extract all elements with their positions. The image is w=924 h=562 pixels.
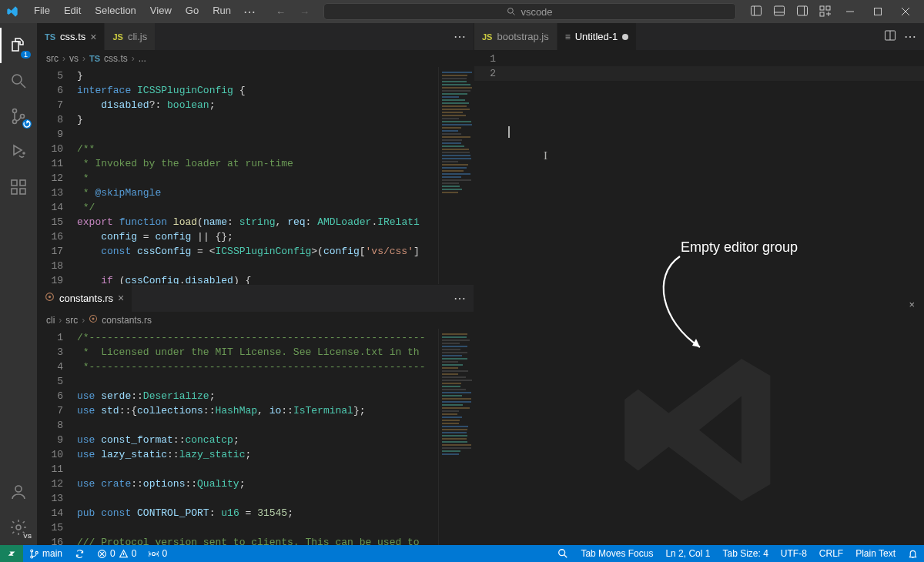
minimize-button[interactable] bbox=[836, 0, 864, 23]
status-ports[interactable]: 0 bbox=[142, 545, 173, 562]
status-language[interactable]: Plain Text bbox=[849, 545, 902, 562]
activity-extensions[interactable] bbox=[0, 169, 37, 205]
ts-file-icon: TS bbox=[45, 32, 55, 42]
tab-css-ts[interactable]: TS css.ts × bbox=[37, 23, 105, 50]
status-tab-moves-focus[interactable]: Tab Moves Focus bbox=[574, 545, 659, 562]
tab-constants-rs[interactable]: constants.rs × bbox=[37, 285, 132, 312]
activity-settings[interactable]: VS bbox=[0, 510, 37, 545]
tab-cli-js[interactable]: JS cli.js bbox=[105, 23, 156, 50]
menu-view[interactable]: View bbox=[144, 2, 178, 22]
js-file-icon: JS bbox=[112, 32, 122, 42]
svg-line-46 bbox=[564, 555, 567, 558]
statusbar: main 0 0 0 Tab Moves Focus Ln 2, Col 1 T… bbox=[0, 545, 924, 562]
status-zoom-icon[interactable] bbox=[551, 545, 574, 562]
tab-label: bootstrap.js bbox=[497, 31, 548, 42]
activity-debug[interactable] bbox=[0, 134, 37, 169]
layout-customize-icon[interactable] bbox=[819, 5, 832, 19]
annotation-label: Empty editor group bbox=[681, 239, 798, 256]
svg-rect-26 bbox=[12, 189, 17, 194]
editor-constants-rs[interactable]: 1345678910111213141516 /*---------------… bbox=[37, 329, 474, 546]
text-cursor-icon: I bbox=[544, 149, 547, 162]
search-placeholder: vscode bbox=[521, 6, 552, 18]
code-area[interactable]: } interface ICSSPluginConfig { disabled?… bbox=[77, 67, 438, 284]
status-cursor-pos[interactable]: Ln 2, Col 1 bbox=[659, 545, 716, 562]
more-actions-icon[interactable]: ⋯ bbox=[454, 29, 466, 44]
svg-rect-7 bbox=[798, 6, 808, 15]
nav-forward[interactable]: → bbox=[300, 6, 310, 18]
svg-line-1 bbox=[513, 13, 515, 15]
code-area[interactable]: /*--------------------------------------… bbox=[77, 329, 438, 546]
menu-file[interactable]: File bbox=[28, 2, 56, 22]
svg-rect-25 bbox=[12, 180, 17, 186]
maximize-button[interactable] bbox=[864, 0, 892, 23]
activity-explorer[interactable]: 1 bbox=[0, 28, 37, 63]
tab-untitled-1[interactable]: ≡ Untitled-1 bbox=[557, 23, 638, 50]
more-actions-icon[interactable]: ⋯ bbox=[904, 29, 916, 44]
split-editor-icon[interactable] bbox=[884, 29, 896, 44]
tab-label: constants.rs bbox=[59, 293, 113, 304]
menu-overflow[interactable]: ⋯ bbox=[239, 2, 260, 22]
svg-point-18 bbox=[12, 75, 22, 84]
status-encoding[interactable]: UTF-8 bbox=[775, 545, 813, 562]
svg-rect-11 bbox=[820, 12, 824, 16]
status-notifications-icon[interactable] bbox=[902, 545, 924, 562]
line-gutter: 567891011121314151617181920 bbox=[37, 67, 77, 284]
settings-vs-badge: VS bbox=[23, 533, 32, 540]
svg-point-34 bbox=[92, 318, 95, 320]
svg-point-44 bbox=[152, 552, 156, 555]
status-problems[interactable]: 0 0 bbox=[91, 545, 142, 562]
menubar: File Edit Selection View Go Run ⋯ bbox=[28, 2, 260, 22]
svg-point-38 bbox=[31, 556, 33, 558]
tabs-group-2: constants.rs × ⋯ bbox=[37, 285, 474, 312]
svg-rect-27 bbox=[20, 189, 25, 194]
nav-back[interactable]: ← bbox=[276, 6, 286, 18]
dirty-indicator-icon bbox=[622, 34, 628, 40]
tab-bootstrap-js[interactable]: JS bootstrap.js bbox=[474, 23, 557, 50]
layout-controls bbox=[750, 5, 832, 19]
tab-label: css.ts bbox=[60, 31, 85, 42]
svg-rect-5 bbox=[775, 6, 785, 15]
menu-go[interactable]: Go bbox=[179, 2, 205, 22]
svg-point-24 bbox=[23, 152, 25, 154]
tab-label: Untitled-1 bbox=[575, 31, 618, 42]
activity-scm[interactable] bbox=[0, 99, 37, 134]
minimap[interactable] bbox=[438, 67, 474, 284]
svg-point-45 bbox=[559, 550, 565, 556]
layout-panel-bottom-icon[interactable] bbox=[773, 5, 785, 19]
menu-selection[interactable]: Selection bbox=[89, 2, 142, 22]
menu-run[interactable]: Run bbox=[206, 2, 237, 22]
activity-search[interactable] bbox=[0, 63, 37, 99]
vscode-watermark-icon bbox=[614, 345, 784, 517]
remote-indicator[interactable] bbox=[0, 545, 23, 562]
svg-rect-28 bbox=[20, 180, 25, 186]
breadcrumb-2[interactable]: cli› src› constants.rs bbox=[37, 312, 474, 329]
close-button[interactable] bbox=[892, 0, 919, 23]
breadcrumb-1[interactable]: src› vs› TS css.ts› ... bbox=[37, 50, 474, 67]
svg-rect-15 bbox=[875, 8, 882, 15]
minimap[interactable] bbox=[438, 329, 474, 546]
layout-panel-right-icon[interactable] bbox=[796, 5, 808, 19]
titlebar: File Edit Selection View Go Run ⋯ ← → vs… bbox=[0, 0, 924, 23]
editor-css-ts[interactable]: 567891011121314151617181920 } interface … bbox=[37, 67, 474, 284]
status-branch[interactable]: main bbox=[23, 545, 69, 562]
line-gutter: 12 bbox=[474, 50, 507, 292]
svg-line-19 bbox=[21, 83, 25, 88]
right-column: JS bootstrap.js ≡ Untitled-1 ⋯ 12 bbox=[474, 23, 924, 545]
activity-accounts[interactable] bbox=[0, 474, 37, 510]
layout-panel-left-icon[interactable] bbox=[750, 5, 762, 19]
close-icon[interactable]: × bbox=[90, 31, 96, 43]
svg-rect-10 bbox=[826, 6, 830, 10]
empty-editor-group[interactable]: × Empty editor group bbox=[474, 292, 924, 545]
close-icon[interactable]: × bbox=[118, 292, 124, 304]
command-center[interactable]: vscode bbox=[323, 3, 736, 20]
rust-file-icon bbox=[89, 314, 98, 326]
tabs-group-3: JS bootstrap.js ≡ Untitled-1 ⋯ bbox=[474, 23, 924, 50]
close-icon[interactable]: × bbox=[909, 299, 915, 310]
more-actions-icon[interactable]: ⋯ bbox=[454, 291, 466, 306]
status-sync[interactable] bbox=[69, 545, 91, 562]
status-tab-size[interactable]: Tab Size: 4 bbox=[716, 545, 774, 562]
menu-edit[interactable]: Edit bbox=[58, 2, 87, 22]
svg-point-39 bbox=[35, 551, 38, 554]
status-eol[interactable]: CRLF bbox=[813, 545, 849, 562]
svg-point-29 bbox=[15, 486, 22, 492]
